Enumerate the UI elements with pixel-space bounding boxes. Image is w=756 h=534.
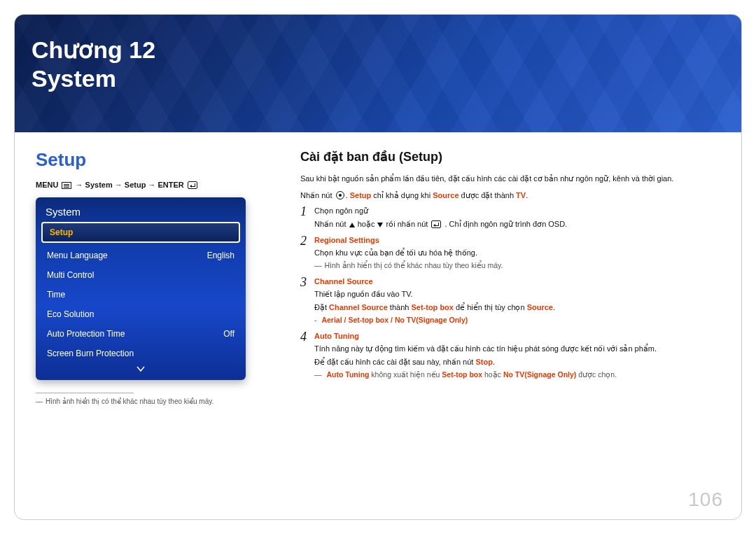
step2-title: Regional Settings [314, 234, 720, 247]
press-line: Nhấn nút . Setup chỉ khả dụng khi Source… [300, 190, 720, 202]
bc-system: System [85, 181, 113, 189]
step-number: 1 [300, 204, 314, 230]
step2-detail: Chọn khu vực của bạn để tối ưu hóa hệ th… [314, 246, 720, 260]
osd-row-label: Time [47, 290, 65, 300]
osd-row-value: Off [223, 329, 234, 339]
step3-detail: Thiết lập nguồn đầu vào TV. [314, 288, 720, 301]
sep: / [388, 316, 395, 324]
menu-breadcrumb: MENU → System → Setup → ENTER [36, 181, 295, 189]
step4-d1: Tính năng này tự động tìm kiếm và đặt cấ… [314, 342, 720, 356]
manual-page: Chương 12 System Setup MENU → System → S… [14, 14, 742, 520]
osd-panel: System Setup Menu Language English Multi… [36, 197, 246, 380]
osd-row-eco-solution[interactable]: Eco Solution [38, 304, 243, 324]
footnote-rule [36, 393, 134, 393]
step3-options: - Aerial / Set-top box / No TV(Signage O… [314, 314, 720, 327]
opt-stb: Set-top box [348, 316, 388, 324]
dash-icon: ― [314, 261, 322, 269]
osd-row-menu-language[interactable]: Menu Language English [38, 246, 243, 265]
t: để hiển thị tùy chọn [454, 303, 527, 311]
setup-word: Setup [350, 191, 372, 199]
bc-setup: Setup [125, 181, 146, 189]
chapter-number: Chương 12 [31, 36, 155, 64]
step4-note: ― Auto Tuning không xuất hiện nếu Set-to… [314, 369, 720, 381]
step-number: 3 [300, 275, 314, 327]
nt: No TV(Signage Only) [503, 370, 576, 379]
chapter-name: System [31, 64, 155, 93]
step-body: Chọn ngôn ngữ Nhấn nút hoặc rồi nhấn nút… [314, 204, 720, 230]
osd-row-label: Eco Solution [47, 309, 94, 319]
osd-row-multi-control[interactable]: Multi Control [38, 265, 243, 285]
dash-icon: ― [36, 398, 43, 405]
osd-row-label: Screen Burn Protection [47, 349, 134, 358]
left-column: Setup MENU → System → Setup → ENTER Syst… [36, 149, 295, 405]
nt: Auto Tuning [326, 370, 369, 379]
only-text: chỉ khả dụng khi [371, 191, 433, 199]
step-3: 3 Channel Source Thiết lập nguồn đầu vào… [300, 275, 720, 327]
enter-icon [431, 220, 441, 228]
dash-icon: - [314, 316, 317, 324]
chapter-title: Chương 12 System [31, 36, 155, 93]
content-area: Setup MENU → System → Setup → ENTER Syst… [15, 132, 741, 405]
t: Để đặt cấu hình các cài đặt sau này, nhấ… [314, 358, 475, 366]
osd-title: System [38, 200, 243, 220]
section-heading: Cài đặt ban đầu (Setup) [300, 149, 720, 164]
menu-icon [62, 182, 71, 189]
step-number: 4 [300, 330, 314, 381]
t: Source [527, 303, 553, 311]
osd-row-time[interactable]: Time [38, 285, 243, 304]
footnote-text: Hình ảnh hiển thị có thể khác nhau tùy t… [46, 398, 214, 405]
step-body: Auto Tuning Tính năng này tự động tìm ki… [314, 330, 720, 381]
t: thành [388, 303, 412, 311]
nt: hoặc [482, 370, 503, 379]
step3-title: Channel Source [314, 275, 720, 288]
stop-word: Stop [475, 358, 492, 366]
page-number: 106 [688, 489, 723, 511]
t: Đặt [314, 303, 329, 311]
t: Nhấn nút [314, 220, 349, 228]
step-body: Regional Settings Chọn khu vực của bạn đ… [314, 234, 720, 272]
note-text: Hình ảnh hiển thị có thể khác nhau tùy t… [325, 261, 503, 269]
t: Set-top box [411, 303, 454, 311]
sep3: → [146, 181, 158, 189]
press-prefix: Nhấn nút [300, 191, 335, 199]
step4-title: Auto Tuning [314, 330, 720, 343]
tv-word: TV [516, 191, 526, 199]
right-column: Cài đặt ban đầu (Setup) Sau khi bật nguồ… [295, 149, 720, 405]
osd-row-value: English [207, 251, 234, 260]
step-4: 4 Auto Tuning Tính năng này tự động tìm … [300, 330, 720, 381]
osd-row-label: Menu Language [47, 251, 108, 260]
osd-scroll-down[interactable] [38, 363, 243, 374]
osd-row-label: Multi Control [47, 270, 94, 280]
chevron-down-icon [136, 365, 146, 372]
sep2: → [113, 181, 125, 189]
set-to: được đặt thành [459, 191, 517, 199]
triangle-up-icon [349, 223, 355, 227]
step3-set-line: Đặt Channel Source thành Set-top box để … [314, 301, 720, 314]
t: Channel Source [329, 303, 388, 311]
step2-note: ―Hình ảnh hiển thị có thể khác nhau tùy … [314, 260, 720, 272]
osd-row-auto-protection-time[interactable]: Auto Protection Time Off [38, 324, 243, 344]
intro-paragraph: Sau khi bật nguồn sản phẩm lần đầu tiên,… [300, 173, 720, 185]
step4-d2: Để đặt cấu hình các cài đặt sau này, nhấ… [314, 356, 720, 369]
nt: không xuất hiện nếu [369, 370, 442, 379]
menu-label: MENU [36, 181, 58, 189]
power-circle-icon [336, 191, 344, 199]
osd-row-screen-burn-protection[interactable]: Screen Burn Protection [38, 344, 243, 363]
osd-selected-row[interactable]: Setup [41, 222, 240, 243]
nt: Set-top box [442, 370, 482, 379]
setup-heading: Setup [36, 149, 295, 171]
osd-row-label: Auto Protection Time [47, 329, 125, 339]
opt-notv: No TV(Signage Only) [395, 316, 468, 324]
source-word: Source [433, 191, 458, 199]
dash-icon: ― [314, 370, 322, 379]
enter-icon [188, 181, 197, 189]
sep1: → [76, 181, 85, 189]
step-1: 1 Chọn ngôn ngữ Nhấn nút hoặc rồi nhấn n… [300, 204, 720, 230]
nt: được chọn. [576, 370, 617, 379]
triangle-down-icon [377, 223, 383, 227]
step-2: 2 Regional Settings Chọn khu vực của bạn… [300, 234, 720, 272]
step-body: Channel Source Thiết lập nguồn đầu vào T… [314, 275, 720, 327]
chapter-header: Chương 12 System [15, 15, 741, 132]
t: . Chỉ định ngôn ngữ trình đơn OSD. [445, 220, 568, 228]
step1-title: Chọn ngôn ngữ [314, 204, 720, 218]
